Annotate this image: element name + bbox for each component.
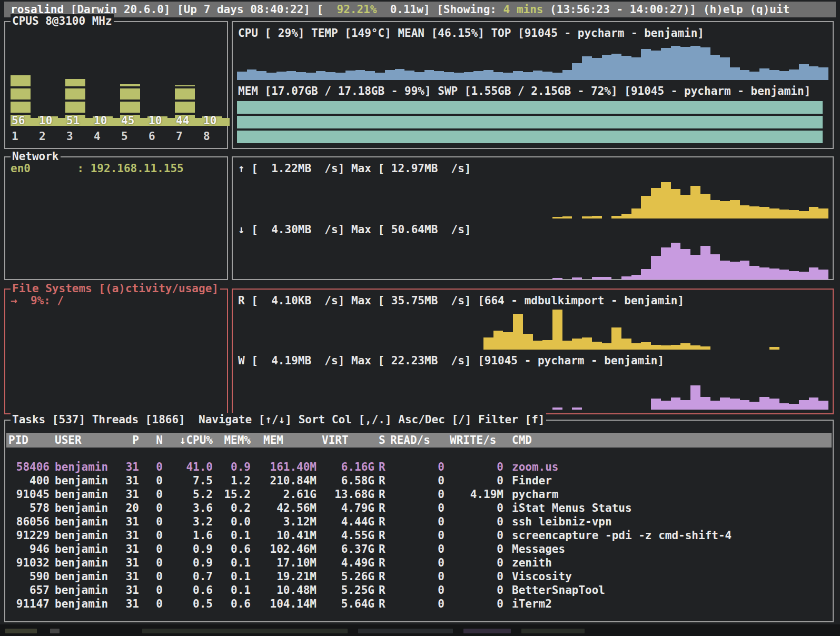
column-header-cpu[interactable]: ↓CPU% (163, 433, 213, 448)
column-header-s[interactable]: S (374, 433, 390, 448)
cell-user: benjamin (50, 515, 110, 529)
column-header-writes[interactable]: WRITE/s (444, 433, 503, 448)
cell-cpu: 5.2 (163, 488, 213, 501)
cell-cpu: 41.0 (163, 460, 213, 474)
cell-memp: 0.6 (213, 597, 251, 611)
cell-n: 0 (139, 570, 163, 583)
cpu-core-gauge: 447 (174, 24, 201, 144)
cell-virt: 5.25G (317, 583, 374, 597)
cell-cmd: zoom.us (503, 460, 833, 474)
filesystem-usage-line[interactable]: → 9%: / (11, 294, 227, 307)
cell-p: 31 (110, 515, 139, 529)
status-bar: rosalind [Darwin 20.6.0] [Up 7 days 08:4… (4, 2, 836, 17)
help-button[interactable]: (h)elp (703, 3, 743, 16)
cell-virt: 6.58G (317, 474, 374, 488)
cell-user: benjamin (50, 474, 110, 488)
task-row[interactable]: 91229benjamin3101.60.110.41M4.55GR00scre… (5, 529, 833, 542)
cell-memp: 0.1 (213, 583, 251, 597)
network-down-line: ↓ [ 4.30MB /s] Max [ 50.64MB /s] (238, 223, 833, 236)
task-row[interactable]: 91032benjamin3100.90.117.10M4.49GR00zeni… (5, 556, 833, 570)
cell-n: 0 (139, 529, 163, 542)
cpu-cores-panel[interactable]: CPUS 8@3100 MHz 561102513104455106447108 (4, 21, 228, 149)
cell-read: 0 (390, 529, 444, 542)
network-download-chart (237, 238, 828, 280)
cell-p: 31 (110, 597, 139, 611)
cpu-core-gauge: 561 (9, 24, 37, 144)
task-row[interactable]: 91045benjamin3105.215.22.61G13.68GR04.19… (5, 488, 833, 501)
cell-mem: 104.14M (251, 597, 317, 611)
cell-write: 0 (444, 515, 503, 529)
cell-write: 0 (444, 529, 503, 542)
cpu-core-value: 10 (94, 114, 107, 127)
cell-cpu: 0.6 (163, 583, 213, 597)
task-row[interactable]: 58406benjamin31041.00.9161.40M6.16GR00zo… (5, 460, 833, 474)
cpu-core-number: 7 (176, 130, 183, 143)
network-graphs-panel[interactable]: ↑ [ 1.22MB /s] Max [ 12.97MB /s] ↓ [ 4.3… (232, 156, 834, 280)
cell-cmd: BetterSnapTool (503, 583, 833, 597)
cell-n: 0 (139, 474, 163, 488)
cell-cpu: 7.5 (163, 474, 213, 488)
showing-window: 4 mins (503, 3, 543, 16)
cell-memp: 0.1 (213, 556, 251, 570)
cell-cmd: iTerm2 (503, 597, 833, 611)
disk-write-line: W [ 4.19MB /s] Max [ 22.23MB /s] [91045 … (238, 354, 833, 367)
cell-p: 31 (110, 460, 139, 474)
column-header-n[interactable]: N (139, 433, 163, 448)
cpu-memory-panel[interactable]: CPU [ 29%] TEMP [149°C] MEAN [46.15%] TO… (232, 21, 834, 149)
task-row[interactable]: 578benjamin2003.60.242.56M4.79GR00iStat … (5, 501, 833, 515)
cell-virt: 13.68G (317, 488, 374, 501)
tasks-panel[interactable]: Tasks [537] Threads [1866] Navigate [↑/↓… (4, 420, 834, 622)
cell-cmd: Viscosity (503, 570, 833, 583)
cell-cpu: 0.9 (163, 542, 213, 556)
cell-memp: 0.9 (213, 460, 251, 474)
column-header-p[interactable]: P (110, 433, 139, 448)
column-header-mem[interactable]: MEM% (213, 433, 251, 448)
cell-cmd: Finder (503, 474, 833, 488)
task-row[interactable]: 657benjamin3100.60.110.48M5.25GR00Better… (5, 583, 833, 597)
disk-read-chart (237, 310, 828, 350)
task-row[interactable]: 590benjamin3100.70.119.21M5.26GR00Viscos… (5, 570, 833, 583)
cpu-core-number: 1 (12, 130, 18, 143)
cell-read: 0 (390, 460, 444, 474)
task-row[interactable]: 86056benjamin3103.20.03.12M4.44GR00ssh l… (5, 515, 833, 529)
cell-user: benjamin (50, 570, 110, 583)
cell-n: 0 (139, 597, 163, 611)
cell-s: R (374, 570, 390, 583)
cell-pid: 657 (8, 583, 50, 597)
task-row[interactable]: 400benjamin3107.51.2210.84M6.58GR00Finde… (5, 474, 833, 488)
cpu-core-value: 44 (176, 114, 189, 127)
cell-mem: 19.21M (251, 570, 317, 583)
cell-n: 0 (139, 460, 163, 474)
cpu-summary-line: CPU [ 29%] TEMP [149°C] MEAN [46.15%] TO… (238, 26, 833, 40)
cell-memp: 15.2 (213, 488, 251, 501)
cell-pid: 946 (8, 542, 50, 556)
cell-n: 0 (139, 515, 163, 529)
disk-write-chart (237, 370, 828, 410)
cell-pid: 91032 (8, 556, 50, 570)
network-upload-chart (237, 177, 828, 218)
cell-virt: 4.44G (317, 515, 374, 529)
cpu-history-chart (237, 42, 828, 80)
cell-virt: 4.49G (317, 556, 374, 570)
cell-cmd: zenith (503, 556, 833, 570)
cell-s: R (374, 583, 390, 597)
cell-user: benjamin (50, 597, 110, 611)
cpu-core-gauge: 104 (92, 24, 119, 144)
task-table-header[interactable]: PIDUSERPN↓CPU%MEM%MEMVIRTSREAD/sWRITE/sC… (6, 433, 832, 448)
column-header-mem[interactable]: MEM (251, 433, 317, 448)
column-header-user[interactable]: USER (50, 433, 110, 448)
cell-user: benjamin (50, 488, 110, 501)
quit-button[interactable]: (q)uit (749, 3, 789, 16)
column-header-pid[interactable]: PID (8, 433, 50, 448)
column-header-virt[interactable]: VIRT (317, 433, 374, 448)
column-header-reads[interactable]: READ/s (390, 433, 444, 448)
task-row[interactable]: 946benjamin3100.90.6102.46M6.37GR00Messa… (5, 542, 833, 556)
cell-virt: 6.37G (317, 542, 374, 556)
cell-pid: 578 (8, 501, 50, 515)
disk-io-graphs-panel[interactable]: R [ 4.10KB /s] Max [ 35.75MB /s] [664 - … (232, 289, 834, 414)
filesystems-panel[interactable]: File Systems [(a)ctivity/usage] → 9%: / (4, 289, 228, 414)
network-panel[interactable]: Network en0 : 192.168.11.155 (4, 156, 228, 280)
task-row[interactable]: 91147benjamin3100.50.6104.14M5.64GR00iTe… (5, 597, 833, 611)
column-header-cmd[interactable]: CMD (503, 433, 832, 448)
cell-n: 0 (139, 501, 163, 515)
